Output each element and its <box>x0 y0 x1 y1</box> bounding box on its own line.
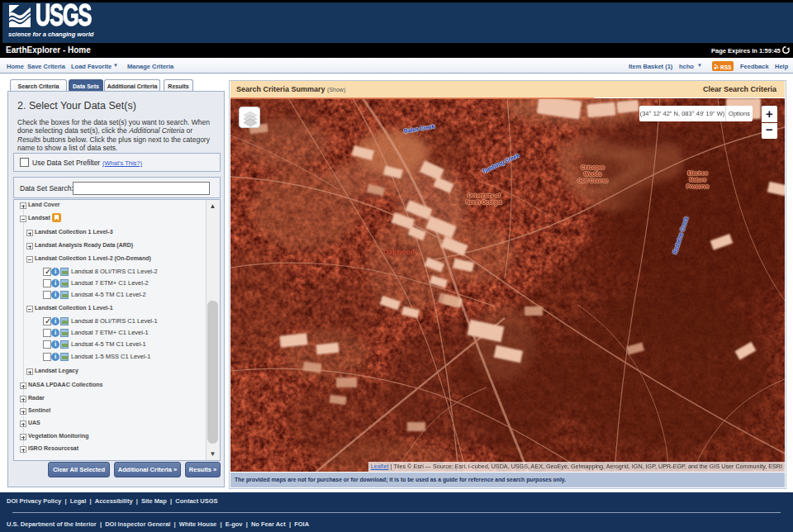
svg-text:RSS: RSS <box>720 64 732 70</box>
